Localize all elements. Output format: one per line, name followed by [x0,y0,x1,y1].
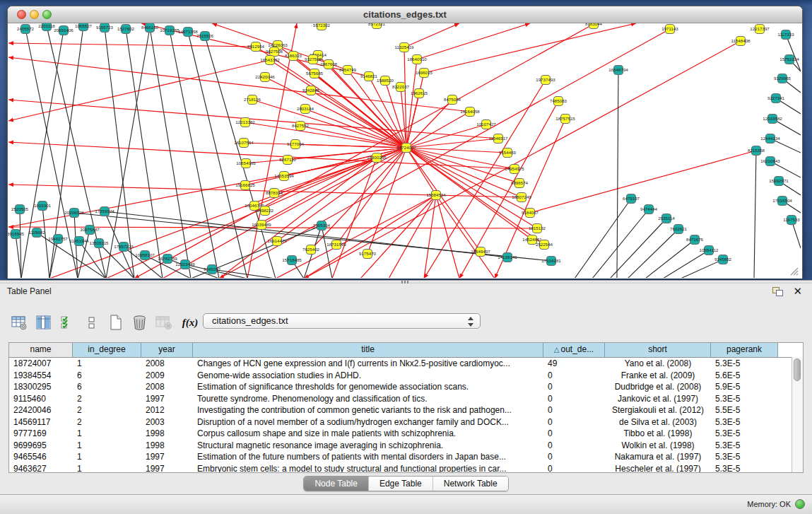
graph-edge[interactable] [105,28,134,278]
cell-in-degree[interactable]: 1 [73,358,141,370]
cell-pagerank[interactable]: 5.9E-5 [711,381,778,393]
table-row[interactable]: 969969511998Structural magnetic resonanc… [9,440,803,452]
cell-year[interactable]: 1998 [141,428,193,440]
cell-in-degree[interactable]: 1 [73,440,141,452]
cell-pagerank[interactable]: 5.3E-5 [711,393,778,405]
graph-edge[interactable] [265,77,406,148]
table-row[interactable]: 1830029562008Estimation of significance … [9,381,803,393]
column-header-name[interactable]: name [9,343,73,357]
cell-year[interactable]: 1997 [141,393,193,405]
tab-edge-table[interactable]: Edge Table [369,477,433,491]
cell-name[interactable]: 9777169 [9,428,73,440]
graph-edge[interactable] [645,240,695,278]
cell-pagerank[interactable]: 5.3E-5 [711,416,778,428]
memory-status-icon[interactable] [795,499,805,509]
cell-out-de-[interactable]: 0 [543,451,605,463]
cell-year[interactable]: 1998 [141,440,193,452]
close-window-icon[interactable] [17,10,26,19]
cell-year[interactable]: 2008 [141,381,193,393]
cell-out-de-[interactable]: 0 [543,370,605,382]
cell-in-degree[interactable]: 6 [73,370,141,382]
cell-out-de-[interactable]: 0 [543,440,605,452]
graph-edge[interactable] [322,226,332,278]
network-file-select[interactable]: citations_edges.txt [203,313,481,329]
graph-edge[interactable] [406,148,436,195]
cell-year[interactable]: 2009 [141,370,193,382]
cell-year[interactable]: 1997 [141,463,193,474]
cell-in-degree[interactable]: 6 [73,381,141,393]
cell-short[interactable]: Stergiakouli et al. (2012) [605,404,711,416]
cell-in-degree[interactable]: 2 [73,404,141,416]
graph-edge[interactable] [277,148,406,241]
cell-name[interactable]: 14569117 [9,416,73,428]
column-header-pagerank[interactable]: pagerank [711,343,778,357]
cell-out-de-[interactable]: 0 [543,463,605,474]
zoom-window-icon[interactable] [42,10,52,19]
graph-edge[interactable] [436,195,495,278]
graph-edge[interactable] [106,28,150,278]
vertical-scrollbar[interactable] [792,357,803,472]
new-table-icon[interactable] [106,312,125,333]
table-row[interactable]: 946554611997Estimation of the future num… [9,451,803,463]
table-row[interactable]: 977716911998Corpus callosum shape and si… [9,428,803,440]
cell-year[interactable]: 1997 [141,451,193,463]
delete-table-icon[interactable] [130,312,149,333]
cell-title[interactable]: Changes of HCN gene expression and I(f) … [193,358,543,370]
cell-in-degree[interactable]: 1 [73,463,141,474]
show-columns-icon[interactable] [34,312,53,333]
cell-name[interactable]: 9699695 [9,440,73,452]
cell-name[interactable]: 9465546 [9,451,73,463]
cell-name[interactable]: 19384554 [9,370,73,382]
tab-node-table[interactable]: Node Table [304,477,369,491]
cell-name[interactable]: 18724007 [9,358,73,370]
cell-year[interactable]: 2003 [141,416,193,428]
cell-in-degree[interactable]: 1 [73,451,141,463]
cell-short[interactable]: Franke et al. (2009) [605,370,711,382]
minimize-window-icon[interactable] [30,10,39,19]
function-builder-icon[interactable]: f(x) [178,312,202,333]
graph-edge[interactable] [126,29,163,278]
cell-short[interactable]: Yano et al. (2008) [605,358,711,370]
graph-edge[interactable] [270,60,406,148]
cell-title[interactable]: Structural magnetic resonance image aver… [193,440,543,452]
cell-pagerank[interactable]: 5.3E-5 [711,451,778,463]
resize-grip-icon[interactable] [789,267,799,276]
graph-edge[interactable] [8,142,514,169]
graph-edge[interactable] [49,158,377,278]
graph-edge[interactable] [681,259,723,278]
table-row[interactable]: 1872400712008Changes of HCN gene express… [9,358,803,370]
graph-edge[interactable] [163,158,377,278]
cell-out-de-[interactable]: 0 [543,393,605,405]
cell-in-degree[interactable]: 2 [73,393,141,405]
column-header-short[interactable]: short [605,343,711,357]
cell-in-degree[interactable]: 2 [73,416,141,428]
cell-year[interactable]: 2012 [141,404,193,416]
cell-in-degree[interactable]: 1 [73,428,141,440]
graph-edge[interactable] [417,23,530,59]
float-panel-icon[interactable] [772,287,782,296]
graph-edge[interactable] [360,195,436,278]
graph-edge[interactable] [406,148,507,153]
column-header-title[interactable]: title [193,343,543,357]
cell-out-de-[interactable]: 0 [543,416,605,428]
network-view-canvas[interactable]: 2405572220311820691406106552791557231527… [8,23,801,278]
graph-edge[interactable] [530,151,756,213]
graph-edge[interactable] [276,195,436,278]
cell-title[interactable]: Genome-wide association studies in ADHD. [193,370,543,382]
cell-pagerank[interactable]: 5.3E-5 [711,440,778,452]
cell-short[interactable]: de Silva et al. (2003) [605,416,711,428]
graph-edge[interactable] [786,35,801,71]
cell-name[interactable]: 18300295 [9,381,73,393]
scrollbar-thumb[interactable] [794,358,801,381]
cell-title[interactable]: Tourette syndrome. Phenomenology and cla… [193,393,543,405]
cell-title[interactable]: Corpus callosum shape and size in male p… [193,428,543,440]
cell-title[interactable]: Disruption of a novel member of a sodium… [193,416,543,428]
table-row[interactable]: 1456911722003Disruption of a novel membe… [9,416,803,428]
column-header-year[interactable]: year [141,343,193,357]
graph-edge[interactable] [8,43,256,47]
cell-out-de-[interactable]: 0 [543,404,605,416]
cell-title[interactable]: Estimation of significance thresholds fo… [193,381,543,393]
graph-edge[interactable] [42,206,49,278]
cell-pagerank[interactable]: 5.3E-5 [711,428,778,440]
cell-name[interactable]: 9115460 [9,393,73,405]
